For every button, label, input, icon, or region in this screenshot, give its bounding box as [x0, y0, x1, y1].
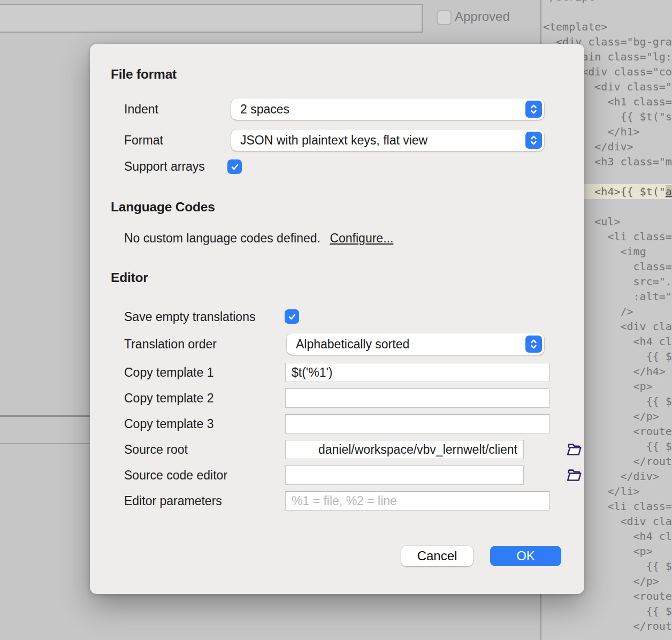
translation-order-select[interactable]: Alphabetically sorted	[287, 333, 544, 355]
copy-template-1-value: $t('%1')	[292, 365, 333, 380]
dialog-buttons-row: Cancel OK	[90, 546, 584, 566]
editor-parameters-input[interactable]: %1 = file, %2 = line	[285, 491, 549, 511]
support-arrays-checkbox[interactable]	[227, 159, 242, 174]
folder-open-icon	[566, 467, 583, 483]
indent-select-value: 2 spaces	[240, 102, 289, 117]
copy-template-2-row: Copy template 2	[124, 388, 584, 408]
copy-template-3-input[interactable]	[285, 414, 549, 433]
language-codes-status: No custom language codes defined.	[124, 231, 320, 245]
code-line: <template>	[543, 19, 672, 34]
support-arrays-label: Support arrays	[124, 158, 205, 174]
source-root-value: daniel/workspace/vbv_lernwelt/client	[318, 443, 517, 457]
copy-template-1-row: Copy template 1 $t('%1')	[124, 363, 584, 382]
translation-order-row: Translation order Alphabetically sorted	[124, 333, 584, 355]
editor-parameters-row: Editor parameters %1 = file, %2 = line	[124, 491, 584, 511]
save-empty-row: Save empty translations	[124, 308, 584, 325]
configure-link[interactable]: Configure...	[330, 231, 393, 245]
copy-template-2-input[interactable]	[285, 388, 549, 408]
cancel-button[interactable]: Cancel	[401, 546, 473, 566]
copy-template-3-label: Copy template 3	[124, 414, 213, 433]
language-codes-row: No custom language codes defined. Config…	[124, 230, 584, 247]
code-line: </script>	[543, 0, 672, 4]
code-line: </route	[543, 619, 672, 634]
editor-parameters-placeholder: %1 = file, %2 = line	[292, 494, 397, 508]
source-root-input[interactable]: daniel/workspace/vbv_lernwelt/client	[285, 440, 524, 459]
app-screen: Approved </script><template> <div class=…	[0, 0, 672, 640]
approved-label: Approved	[455, 9, 510, 24]
folder-open-icon	[566, 441, 583, 458]
preferences-dialog: File format Indent 2 spaces Format JSON …	[90, 44, 584, 594]
select-stepper-icon	[525, 132, 542, 149]
indent-select[interactable]: 2 spaces	[231, 98, 544, 120]
editor-parameters-label: Editor parameters	[124, 491, 222, 511]
source-code-editor-label: Source code editor	[124, 466, 227, 485]
checkmark-icon	[287, 312, 297, 322]
code-line: {{ $t	[543, 604, 672, 619]
language-codes-heading: Language Codes	[111, 200, 215, 215]
code-line	[543, 4, 672, 19]
select-stepper-icon	[525, 336, 542, 353]
indent-row: Indent 2 spaces	[124, 98, 584, 120]
support-arrays-row: Support arrays	[124, 158, 584, 174]
indent-label: Indent	[124, 98, 158, 120]
translation-order-label: Translation order	[124, 333, 217, 355]
copy-template-1-label: Copy template 1	[124, 363, 213, 382]
source-code-editor-row: Source code editor	[124, 466, 584, 485]
file-format-heading: File format	[111, 67, 177, 82]
format-select-value: JSON with plaintext keys, flat view	[240, 133, 427, 148]
highlighted-translation-key: a.	[666, 185, 672, 198]
source-code-editor-browse-button[interactable]	[566, 467, 583, 483]
source-root-row: Source root daniel/workspace/vbv_lernwel…	[124, 440, 584, 459]
save-empty-label: Save empty translations	[124, 308, 255, 325]
select-stepper-icon	[525, 101, 542, 118]
format-label: Format	[124, 129, 163, 151]
source-code-editor-input[interactable]	[285, 466, 524, 485]
translation-order-select-value: Alphabetically sorted	[296, 337, 409, 352]
background-translation-textarea[interactable]	[0, 4, 423, 33]
ok-button[interactable]: OK	[490, 546, 561, 566]
copy-template-2-label: Copy template 2	[124, 388, 213, 408]
copy-template-1-input[interactable]: $t('%1')	[285, 363, 549, 382]
approved-checkbox[interactable]	[437, 10, 452, 25]
source-root-browse-button[interactable]	[566, 441, 583, 458]
copy-template-3-row: Copy template 3	[124, 414, 584, 433]
format-select[interactable]: JSON with plaintext keys, flat view	[231, 129, 544, 151]
source-root-label: Source root	[124, 440, 188, 459]
checkmark-icon	[230, 162, 240, 172]
save-empty-checkbox[interactable]	[285, 309, 299, 324]
editor-heading: Editor	[111, 270, 148, 285]
format-row: Format JSON with plaintext keys, flat vi…	[124, 129, 584, 151]
